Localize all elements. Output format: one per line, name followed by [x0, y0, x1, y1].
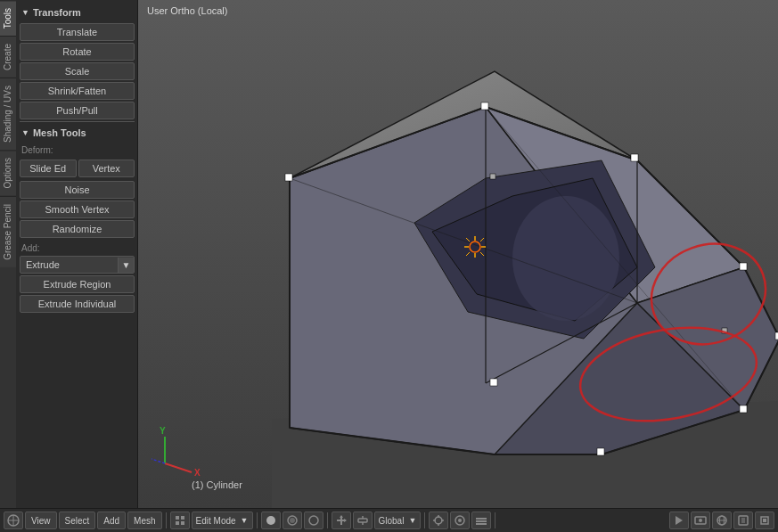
viewport[interactable]: User Ortho (Local) [138, 0, 778, 508]
svg-point-69 [435, 517, 442, 524]
svg-rect-78 [476, 523, 487, 525]
mesh-tools-label: Mesh Tools [33, 127, 86, 138]
svg-rect-57 [181, 521, 184, 525]
svg-rect-27 [490, 379, 497, 386]
svg-text:Y: Y [160, 426, 166, 436]
mesh-button[interactable]: Mesh [127, 512, 161, 529]
layers-button[interactable] [471, 512, 491, 529]
svg-rect-30 [740, 263, 747, 270]
camera-button[interactable] [691, 512, 710, 529]
svg-point-58 [266, 516, 275, 525]
vert-tabs: Tools Create Shading / UVs Options Greas… [0, 0, 16, 508]
mode-icon [170, 512, 190, 529]
viewport-header: User Ortho (Local) [147, 5, 227, 16]
tab-tools[interactable]: Tools [0, 0, 16, 36]
svg-rect-66 [358, 519, 367, 522]
svg-marker-64 [340, 515, 343, 518]
svg-rect-26 [285, 174, 292, 181]
rotate-button[interactable]: Rotate [20, 43, 135, 61]
push-pull-button[interactable]: Push/Pull [20, 102, 135, 119]
proportional-button[interactable] [450, 512, 470, 529]
svg-rect-77 [476, 520, 487, 522]
manipulator-button[interactable] [332, 512, 351, 529]
svg-rect-55 [181, 516, 184, 520]
svg-rect-25 [631, 154, 638, 161]
statusbar: View Select Add Mesh Edit Mode ▼ Global … [0, 508, 778, 532]
deform-label: Deform: [20, 142, 135, 156]
translate-button[interactable]: Translate [20, 23, 135, 41]
shrink-fatten-button[interactable]: Shrink/Fatten [20, 82, 135, 100]
svg-point-61 [309, 516, 318, 525]
separator-1 [166, 512, 167, 528]
transform-label: Transform [33, 7, 81, 18]
view-button[interactable]: View [25, 512, 57, 529]
transform-section-header[interactable]: ▼ Transform [20, 4, 135, 21]
svg-rect-54 [176, 516, 179, 520]
vertex-button[interactable]: Vertex [78, 160, 135, 177]
svg-text:(1) Cylinder: (1) Cylinder [192, 479, 242, 490]
svg-rect-76 [476, 518, 487, 520]
edit-mode-label: Edit Mode [196, 516, 236, 526]
tab-create[interactable]: Create [0, 36, 16, 78]
object-props-button[interactable] [733, 512, 753, 529]
svg-point-60 [290, 518, 295, 523]
extrude-dropdown: Extrude ▼ [20, 256, 135, 274]
edit-mode-arrow: ▼ [241, 516, 249, 525]
extrude-region-button[interactable]: Extrude Region [20, 275, 135, 293]
smooth-vertex-button[interactable]: Smooth Vertex [20, 201, 135, 218]
tab-shading-uvs[interactable]: Shading / UVs [0, 78, 16, 150]
global-label: Global [379, 516, 405, 526]
svg-rect-32 [490, 174, 495, 179]
extrude-arrow-button[interactable]: ▼ [118, 258, 134, 273]
sidebar-content: ▼ Transform Translate Rotate Scale Shrin… [16, 0, 138, 508]
slide-edge-button[interactable]: Slide Ed [20, 160, 77, 177]
svg-point-9 [512, 196, 619, 321]
add-label: Add: [20, 240, 135, 254]
deform-buttons: Slide Ed Vertex [20, 158, 135, 179]
solid-mode-button[interactable] [261, 512, 281, 529]
svg-marker-79 [676, 516, 683, 525]
global-arrow: ▼ [408, 516, 416, 525]
select-button[interactable]: Select [59, 512, 96, 529]
extrude-main-button[interactable]: Extrude [20, 257, 118, 273]
tab-options[interactable]: Options [0, 150, 16, 195]
svg-text:X: X [194, 468, 201, 478]
divider-1 [20, 121, 135, 122]
svg-rect-28 [597, 448, 604, 455]
3d-scene[interactable]: X Y (1) Cylinder [138, 0, 778, 508]
transform-arrow-icon: ▼ [21, 8, 29, 17]
noise-button[interactable]: Noise [20, 181, 135, 199]
extrude-individual-button[interactable]: Extrude Individual [20, 295, 135, 313]
separator-4 [424, 512, 425, 528]
mesh-tools-section-header[interactable]: ▼ Mesh Tools [20, 124, 135, 142]
transform-button[interactable] [353, 512, 373, 529]
separator-2 [257, 512, 258, 528]
edit-mode-dropdown[interactable]: Edit Mode ▼ [192, 512, 253, 529]
svg-marker-65 [344, 519, 347, 522]
modifiers-button[interactable] [755, 512, 774, 529]
mesh-tools-arrow-icon: ▼ [21, 128, 29, 137]
rendered-mode-button[interactable] [304, 512, 323, 529]
svg-rect-56 [176, 521, 179, 525]
tab-grease-pencil[interactable]: Grease Pencil [0, 196, 16, 267]
global-dropdown[interactable]: Global ▼ [374, 512, 422, 529]
scale-button[interactable]: Scale [20, 62, 135, 80]
svg-rect-29 [740, 405, 747, 413]
svg-point-75 [458, 519, 462, 522]
snap-button[interactable] [429, 512, 448, 529]
render-button[interactable] [669, 512, 689, 529]
material-mode-button[interactable] [283, 512, 302, 529]
separator-5 [495, 512, 495, 528]
svg-rect-24 [481, 102, 488, 110]
world-button[interactable] [712, 512, 732, 529]
add-button[interactable]: Add [97, 512, 126, 529]
sidebar: Tools Create Shading / UVs Options Greas… [0, 0, 138, 508]
svg-point-81 [699, 519, 702, 522]
randomize-button[interactable]: Randomize [20, 220, 135, 238]
scene-icon-button[interactable] [4, 512, 23, 529]
separator-3 [327, 512, 328, 528]
